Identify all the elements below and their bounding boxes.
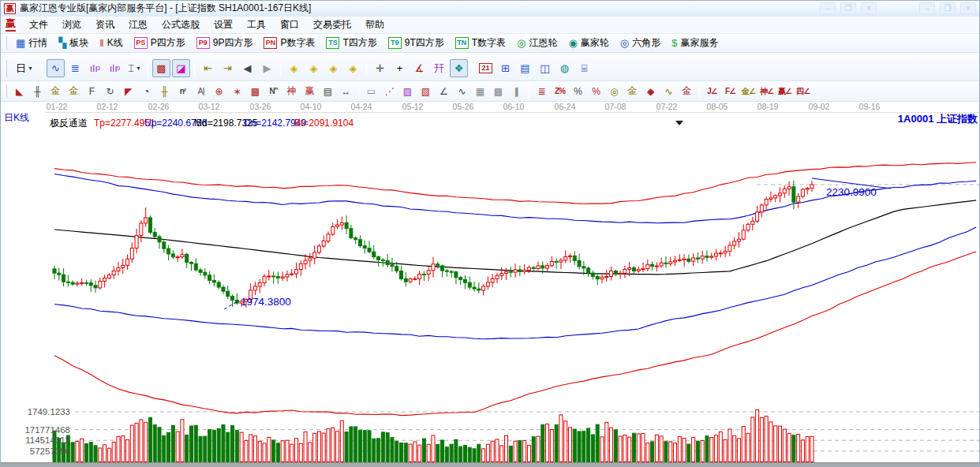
winner-service-button[interactable]: $赢家服务 xyxy=(666,35,724,50)
wave-gold-button[interactable]: ∿ xyxy=(660,83,677,99)
minimize-button[interactable]: – xyxy=(820,2,836,14)
angle-ying-button[interactable]: 赢∠ xyxy=(776,83,793,99)
p-number-table-button[interactable]: PNP数字表 xyxy=(258,35,320,50)
red-fan-button[interactable]: ⋰ xyxy=(381,83,398,99)
period-day-selector-button[interactable]: 日▼ xyxy=(11,59,38,77)
gann-wheel-button[interactable]: ◎江恩轮 xyxy=(511,35,563,50)
restore-button[interactable]: ❐ xyxy=(840,2,856,14)
candle-style-button[interactable]: ⌶▼ xyxy=(125,59,144,77)
menu-settings[interactable]: 设置 xyxy=(207,17,240,33)
toolbar-drag-handle[interactable] xyxy=(5,36,7,49)
calendar-21-button[interactable]: 21 xyxy=(477,59,495,77)
angle-measure-button[interactable]: ∡ xyxy=(410,59,428,77)
notes-button[interactable]: ▤ xyxy=(516,59,534,77)
angle-si-button[interactable]: 四∠ xyxy=(795,83,811,99)
angle-shen-button[interactable]: 神∠ xyxy=(758,83,775,99)
calculator-button[interactable]: ⊞ xyxy=(496,59,514,77)
a-channel-button[interactable]: A| xyxy=(193,83,209,99)
fan-box-red-button[interactable]: ▧ xyxy=(417,83,434,99)
menu-gann[interactable]: 江恩 xyxy=(122,17,155,33)
box-tool-button[interactable]: ▭ xyxy=(363,83,380,99)
gold-box-red-button[interactable]: 金 xyxy=(679,83,695,99)
t-number-table-button[interactable]: TNT数字表 xyxy=(450,35,511,50)
quotes-button[interactable]: ▦行情 xyxy=(10,35,53,50)
horizontal-scrollbar[interactable] xyxy=(1,462,979,467)
wave-rays-button[interactable]: ∿ xyxy=(454,83,470,99)
fan-box-purple-button[interactable]: ▨ xyxy=(399,83,416,99)
9t-square-button[interactable]: T99T四方形 xyxy=(383,35,450,50)
volume-profile-button[interactable]: ◪ xyxy=(172,59,190,77)
gold-underline-button[interactable]: 金 xyxy=(624,83,641,99)
time-cycle-button[interactable]: ◔ xyxy=(138,83,155,99)
span-measure-button[interactable]: ↔ xyxy=(338,83,354,99)
percent-line-button[interactable]: % xyxy=(588,83,604,99)
save-button[interactable]: ◫ xyxy=(536,59,554,77)
angle-j-button[interactable]: J∠ xyxy=(704,83,720,99)
angle-gold-button[interactable]: 金∠ xyxy=(740,83,757,99)
crosshair-button[interactable]: + xyxy=(391,59,409,77)
close-button[interactable]: × xyxy=(960,2,976,14)
spiral-tool-button[interactable]: ↻ xyxy=(102,83,118,99)
kline-button[interactable]: ǁK线 xyxy=(94,35,128,50)
workstation-button[interactable]: ⌸ xyxy=(575,59,593,77)
menu-trade[interactable]: 交易委托 xyxy=(306,17,358,33)
p-square-button[interactable]: PSP四方形 xyxy=(129,35,191,50)
compress-left-button[interactable]: ◈ xyxy=(285,59,303,77)
toolbar-drag-handle[interactable] xyxy=(5,60,7,77)
web-grid-a-button[interactable]: ▦ xyxy=(472,83,488,99)
sectors-button[interactable]: ▚板块 xyxy=(53,35,94,50)
bars-3-button[interactable]: ılı3 xyxy=(86,59,104,77)
parallel-rays-button[interactable]: ∥ xyxy=(508,83,525,99)
f-line-button[interactable]: F xyxy=(84,83,100,99)
step-forward-button[interactable]: ▶ xyxy=(258,59,276,77)
info-panel-button[interactable]: ≣ xyxy=(66,59,84,77)
bars-9-button[interactable]: ılı9 xyxy=(106,59,124,77)
zoom-in-x-button[interactable]: ◈ xyxy=(344,59,362,77)
title-bar[interactable]: 赢 赢家江恩专业版[赢家内部服务平台] - [上证指数 SH1A0001-167… xyxy=(1,1,979,17)
t-square-button[interactable]: TST四方形 xyxy=(320,35,382,50)
trend-overlay-button[interactable]: ∿ xyxy=(47,59,65,77)
go-last-button[interactable]: ⇥ xyxy=(219,59,237,77)
web-grid-b-button[interactable]: ▩ xyxy=(490,83,507,99)
grid-marks-button[interactable]: ╫ xyxy=(156,83,173,99)
menu-file[interactable]: 文件 xyxy=(22,17,55,33)
angle-f-button[interactable]: F∠ xyxy=(722,83,739,99)
pan-hand-button[interactable]: ✛ xyxy=(371,59,389,77)
angle-rays-button[interactable]: ∠ xyxy=(436,83,452,99)
compass-circle-button[interactable]: ⊕ xyxy=(211,83,227,99)
minimize-button[interactable]: – xyxy=(919,2,935,14)
close-button[interactable]: × xyxy=(861,2,877,14)
gann-lines-button[interactable]: ╫ xyxy=(29,83,46,99)
menu-stock-picker[interactable]: 公式选股 xyxy=(155,17,207,33)
menu-news[interactable]: 资讯 xyxy=(88,17,122,33)
menu-tools[interactable]: 工具 xyxy=(240,17,273,33)
pattern-tool-button[interactable]: ❖ xyxy=(450,59,468,77)
gold-segments-b-button[interactable]: 金 xyxy=(65,83,82,99)
brush-red-button[interactable]: ◤ xyxy=(120,83,137,99)
gann-square-tool-button[interactable]: 幵 xyxy=(430,59,448,77)
stats-list-button[interactable]: ≣ xyxy=(533,83,550,99)
star-web-button[interactable]: ∗ xyxy=(229,83,245,99)
n-square-button[interactable]: n² xyxy=(174,83,191,99)
percent-slope-button[interactable]: Z% xyxy=(552,83,568,99)
restore-button[interactable]: ❐ xyxy=(940,2,956,14)
go-first-button[interactable]: ⇤ xyxy=(199,59,217,77)
zoom-out-x-button[interactable]: ◈ xyxy=(324,59,342,77)
n-wave-button[interactable]: N” xyxy=(265,83,282,99)
gold-segments-a-button[interactable]: 金 xyxy=(47,83,64,99)
toolbar-drag-handle[interactable] xyxy=(5,84,7,99)
marker-brush-button[interactable]: ◆ xyxy=(642,83,659,99)
step-back-button[interactable]: ◀ xyxy=(238,59,256,77)
9p-square-button[interactable]: P99P四方形 xyxy=(191,35,259,50)
web-share-button[interactable]: ◍ xyxy=(555,59,574,77)
percent-plain-button[interactable]: % xyxy=(570,83,586,99)
menu-window[interactable]: 窗口 xyxy=(273,17,306,33)
gold-circle-button[interactable]: ◎ xyxy=(606,83,623,99)
menu-help[interactable]: 帮助 xyxy=(358,17,391,33)
compress-right-button[interactable]: ◈ xyxy=(305,59,323,77)
menu-browse[interactable]: 浏览 xyxy=(55,17,88,33)
chart-area[interactable]: 01-2202-1202-2603-1203-2604-1004-2405-12… xyxy=(1,102,979,462)
hexagon-button[interactable]: ◎六角形 xyxy=(615,35,666,50)
shen-tool-button[interactable]: 神 xyxy=(283,83,300,99)
boxed-web-button[interactable]: ▩ xyxy=(247,83,264,99)
